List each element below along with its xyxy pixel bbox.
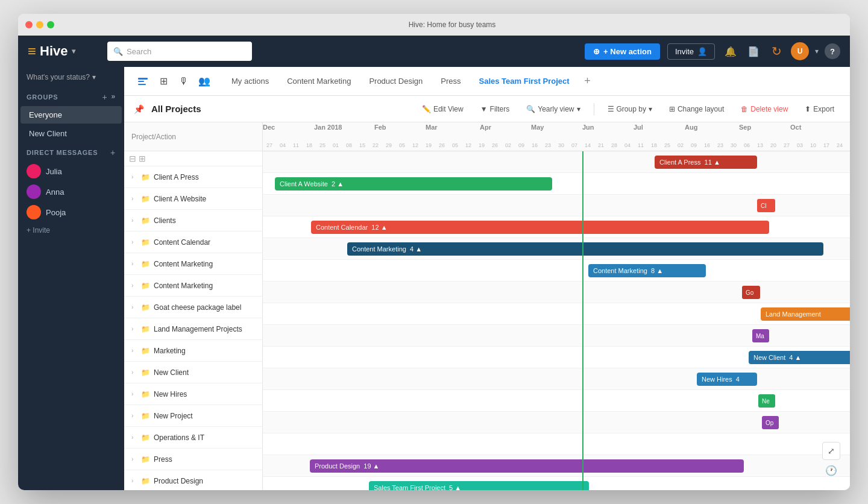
filters-button[interactable]: ▼ Filters — [474, 102, 516, 116]
change-layout-button[interactable]: ⊞ Change layout — [663, 102, 730, 116]
project-row-content-calendar[interactable]: › 📁 Content Calendar — [124, 232, 262, 253]
groups-expand-button[interactable]: » — [112, 92, 116, 102]
timeline-row-1: Client A Website 2 ▲ — [263, 173, 850, 195]
gantt-bar-sales-team[interactable]: Sales Team First Project 5 ▲ — [369, 481, 589, 490]
gantt-bar-new-client[interactable]: New Client 4 ▲ — [749, 351, 850, 364]
dm-add-button[interactable]: + — [110, 148, 116, 157]
expand-arrow-icon: › — [131, 260, 139, 267]
gantt-bar-client-a-website[interactable]: Client A Website 2 ▲ — [275, 177, 552, 191]
dm-julia[interactable]: Julia — [18, 161, 124, 181]
gantt-bar-new-project-mini[interactable]: Ne — [758, 394, 775, 408]
timeline-row-3: Content Calendar 12 ▲ — [263, 216, 850, 238]
notifications-icon[interactable]: 🔔 — [722, 43, 739, 60]
history-button[interactable]: 🕐 — [822, 461, 840, 479]
sidebar-item-newclient[interactable]: New Client — [20, 125, 122, 142]
groups-section-header: GROUPS + » — [18, 87, 124, 106]
sync-icon[interactable]: ↻ — [768, 43, 785, 60]
gantt-bar-client-a-press[interactable]: Client A Press 11 ▲ — [655, 156, 757, 169]
project-name: New Client — [154, 368, 189, 377]
tab-product-design[interactable]: Product Design — [360, 72, 431, 90]
logo[interactable]: ≡ Hive ▾ — [28, 43, 100, 59]
tab-my-actions[interactable]: My actions — [223, 72, 277, 90]
project-name: New Project — [154, 412, 193, 420]
search-placeholder: Search — [127, 47, 151, 56]
edit-view-icon: ✏️ — [422, 105, 431, 113]
timeline-row-0: Client A Press 11 ▲ — [263, 151, 850, 173]
sidebar: What's your status? ▾ GROUPS + » Everyon… — [18, 67, 124, 490]
maximize-button[interactable] — [47, 21, 54, 28]
timeline-row-11: Ne — [263, 390, 850, 412]
gantt-area[interactable]: Project/Action ⊟ ⊞ › 📁 Client A Press — [124, 122, 850, 490]
gantt-bar-content-marketing-2[interactable]: Content Marketing 8 ▲ — [588, 264, 706, 277]
dm-section-header: DIRECT MESSAGES + — [18, 143, 124, 161]
gantt-bar-product-design[interactable]: Product Design 19 ▲ — [310, 459, 744, 473]
expand-all-icon[interactable]: ⊞ — [139, 154, 146, 163]
delete-view-label: Delete view — [750, 105, 788, 113]
invite-button[interactable]: Invite 👤 — [667, 43, 715, 60]
project-row-new-hires[interactable]: › 📁 New Hires — [124, 383, 262, 405]
folder-icon: 📁 — [141, 216, 150, 225]
gantt-bar-new-hires[interactable]: New Hires 4 — [697, 373, 757, 386]
tab-press[interactable]: Press — [432, 72, 469, 90]
minimize-button[interactable] — [36, 21, 43, 28]
yearly-view-button[interactable]: 🔍 Yearly view ▾ — [520, 102, 586, 116]
project-row-product-design[interactable]: › 📁 Product Design — [124, 470, 262, 490]
expand-arrow-icon: › — [131, 434, 139, 441]
gantt-bar-content-marketing-1[interactable]: Content Marketing 4 ▲ — [347, 242, 823, 256]
tab-content-marketing[interactable]: Content Marketing — [278, 72, 359, 90]
project-name: Operations & IT — [154, 433, 204, 442]
edit-view-button[interactable]: ✏️ Edit View — [416, 102, 470, 116]
project-name: Content Calendar — [154, 238, 210, 247]
table-view-icon[interactable]: ⊞ — [154, 72, 172, 90]
project-row-marketing[interactable]: › 📁 Marketing — [124, 340, 262, 362]
gantt-bar-land-management[interactable]: Land Management — [761, 307, 850, 321]
expand-arrow-icon: › — [131, 282, 139, 289]
group-by-button[interactable]: ☰ Group by ▾ — [602, 102, 658, 116]
project-row-content-marketing-1[interactable]: › 📁 Content Marketing — [124, 253, 262, 275]
timeline-row-6: Go — [263, 282, 850, 303]
expand-fullscreen-button[interactable]: ⤢ — [822, 442, 840, 460]
project-row-land-management[interactable]: › 📁 Land Management Projects — [124, 318, 262, 340]
gantt-bar-ops-it-mini[interactable]: Op — [762, 416, 779, 429]
change-layout-icon: ⊞ — [669, 105, 675, 113]
gantt-bar-goat-cheese-mini[interactable]: Go — [742, 286, 760, 299]
project-row-new-project[interactable]: › 📁 New Project — [124, 405, 262, 427]
search-bar[interactable]: 🔍 Search — [107, 42, 252, 61]
invite-person-icon: 👤 — [697, 47, 707, 56]
gantt-bar-clients-mini[interactable]: Cl — [757, 199, 775, 212]
groups-add-button[interactable]: + — [102, 92, 108, 102]
add-tab-button[interactable]: + — [579, 73, 596, 90]
help-icon[interactable]: ? — [825, 43, 840, 59]
gantt-bar-content-calendar[interactable]: Content Calendar 12 ▲ — [311, 221, 769, 234]
timeline-row-10: New Hires 4 — [263, 368, 850, 390]
gantt-container: Project/Action ⊟ ⊞ › 📁 Client A Press — [124, 122, 850, 490]
group-by-label: Group by — [617, 105, 646, 113]
close-button[interactable] — [25, 21, 33, 28]
gantt-bar-marketing-mini[interactable]: Ma — [752, 329, 769, 342]
status-bar[interactable]: What's your status? ▾ — [18, 67, 124, 87]
invite-link[interactable]: + Invite — [18, 222, 124, 238]
project-row-client-a-website[interactable]: › 📁 Client A Website — [124, 188, 262, 210]
dm-anna[interactable]: Anna — [18, 181, 124, 202]
project-row-operations-it[interactable]: › 📁 Operations & IT — [124, 427, 262, 449]
project-row-clients[interactable]: › 📁 Clients — [124, 210, 262, 232]
project-name: Product Design — [154, 477, 203, 485]
documents-icon[interactable]: 📄 — [745, 43, 762, 60]
tab-sales-team[interactable]: Sales Team First Project — [471, 72, 578, 90]
gantt-view-icon[interactable] — [134, 72, 152, 90]
project-row-press[interactable]: › 📁 Press — [124, 449, 262, 470]
project-row-new-client[interactable]: › 📁 New Client — [124, 362, 262, 383]
export-button[interactable]: ⬆ Export — [799, 102, 840, 116]
delete-view-button[interactable]: 🗑 Delete view — [735, 102, 794, 116]
body: What's your status? ▾ GROUPS + » Everyon… — [18, 67, 850, 490]
new-action-button[interactable]: ⊕ + New action — [585, 43, 660, 60]
user-avatar[interactable]: U — [791, 42, 809, 60]
people-icon[interactable]: 👥 — [195, 72, 213, 90]
mic-icon[interactable]: 🎙 — [175, 72, 193, 90]
collapse-all-icon[interactable]: ⊟ — [129, 154, 136, 163]
sidebar-item-everyone[interactable]: Everyone — [20, 106, 122, 124]
project-row-client-a-press[interactable]: › 📁 Client A Press — [124, 166, 262, 188]
project-row-goat-cheese[interactable]: › 📁 Goat cheese package label — [124, 297, 262, 318]
project-row-content-marketing-2[interactable]: › 📁 Content Marketing — [124, 275, 262, 297]
dm-pooja[interactable]: Pooja — [18, 202, 124, 222]
